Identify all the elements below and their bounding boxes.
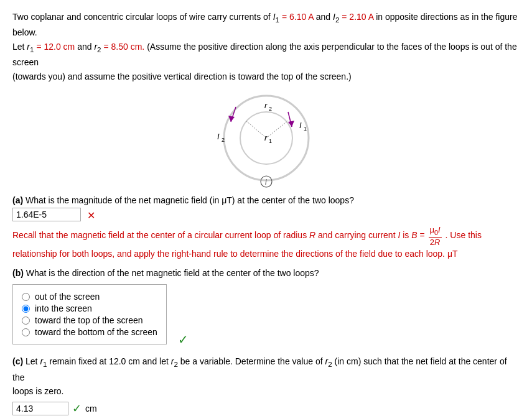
I2: I2 bbox=[333, 12, 339, 22]
and-r2: and r2 bbox=[77, 42, 101, 52]
option-out: out of the screen bbox=[22, 292, 157, 302]
fraction-denominator: 2R bbox=[429, 238, 442, 247]
hint-text-3: relationship for both loops, and apply t… bbox=[12, 249, 458, 259]
I1: I1 bbox=[273, 12, 279, 22]
radio-out-of-screen[interactable] bbox=[22, 293, 30, 301]
radio-toward-top[interactable] bbox=[22, 317, 30, 325]
let-text: Let r1 bbox=[12, 42, 34, 52]
I1-value: = 6.10 A bbox=[282, 12, 314, 22]
label-into-screen: into the screen bbox=[35, 303, 92, 313]
part-c-question2: loops is zero. bbox=[12, 386, 63, 396]
option-bottom: toward the bottom of the screen bbox=[22, 327, 157, 337]
part-b-label: (b) What is the direction of the net mag… bbox=[12, 268, 520, 278]
part-a-hint: Recall that the magnetic field at the ce… bbox=[12, 225, 520, 262]
part-c-input[interactable]: 4.13 bbox=[12, 402, 68, 415]
circle-diagram: r 2 r 1 I 2 I 1 i bbox=[213, 90, 319, 189]
r1-value: = 12.0 cm bbox=[36, 42, 75, 52]
hint-text-2: . Use this bbox=[446, 230, 482, 240]
svg-text:I: I bbox=[299, 121, 302, 130]
option-into: into the screen bbox=[22, 303, 157, 313]
radio-into-screen[interactable] bbox=[22, 305, 30, 313]
fraction-numerator: μ0I bbox=[429, 225, 442, 238]
part-a-answer-row: 1.64E-5 ✕ bbox=[12, 208, 520, 221]
part-c-check-icon: ✓ bbox=[72, 402, 82, 415]
part-a-label: (a) What is the magnitude of the net mag… bbox=[12, 195, 520, 205]
part-c-answer-row: 4.13 ✓ cm bbox=[12, 402, 520, 415]
svg-text:1: 1 bbox=[269, 138, 272, 144]
figure-area: r 2 r 1 I 2 I 1 i bbox=[12, 90, 520, 189]
hint-text-1: Recall that the magnetic field at the ce… bbox=[12, 230, 427, 240]
r2-value: = 8.50 cm. bbox=[103, 42, 144, 52]
unit-label: cm bbox=[85, 404, 97, 414]
problem-statement: Two coplanar and concentric circular loo… bbox=[12, 10, 520, 83]
assumption-text2: (towards you) and assume the positive ve… bbox=[12, 72, 352, 81]
part-a-question: What is the magnitude of the net magneti… bbox=[26, 195, 354, 205]
svg-line-15 bbox=[266, 121, 288, 138]
checkmark-icon: ✓ bbox=[178, 333, 189, 346]
clear-icon[interactable]: ✕ bbox=[87, 210, 95, 221]
svg-text:2: 2 bbox=[222, 137, 225, 143]
svg-text:i: i bbox=[265, 178, 267, 187]
intro-text: Two coplanar and concentric circular loo… bbox=[12, 12, 271, 22]
svg-text:2: 2 bbox=[269, 106, 272, 112]
part-b-check-area: ✓ bbox=[173, 332, 189, 347]
label-out-of-screen: out of the screen bbox=[35, 292, 100, 302]
svg-text:r: r bbox=[264, 101, 268, 110]
and-text: and bbox=[316, 12, 333, 22]
direction-options: out of the screen into the screen toward… bbox=[12, 284, 167, 344]
part-b-question: What is the direction of the net magneti… bbox=[26, 268, 319, 278]
label-toward-bottom: toward the bottom of the screen bbox=[35, 327, 157, 337]
part-b-answer-area: out of the screen into the screen toward… bbox=[12, 280, 520, 347]
svg-text:1: 1 bbox=[304, 126, 307, 132]
radio-toward-bottom[interactable] bbox=[22, 328, 30, 336]
I2-value: = 2.10 A bbox=[342, 12, 373, 22]
label-toward-top: toward the top of the screen bbox=[35, 315, 143, 325]
part-c-text: (c) Let r1 remain fixed at 12.0 cm and l… bbox=[12, 354, 520, 398]
option-top: toward the top of the screen bbox=[22, 315, 157, 325]
svg-line-14 bbox=[246, 121, 266, 138]
part-c-question: Let r1 remain fixed at 12.0 cm and let r… bbox=[12, 356, 507, 382]
formula-fraction: μ0I 2R bbox=[429, 225, 442, 247]
part-a-input[interactable]: 1.64E-5 bbox=[12, 208, 81, 221]
svg-text:I: I bbox=[217, 132, 220, 141]
